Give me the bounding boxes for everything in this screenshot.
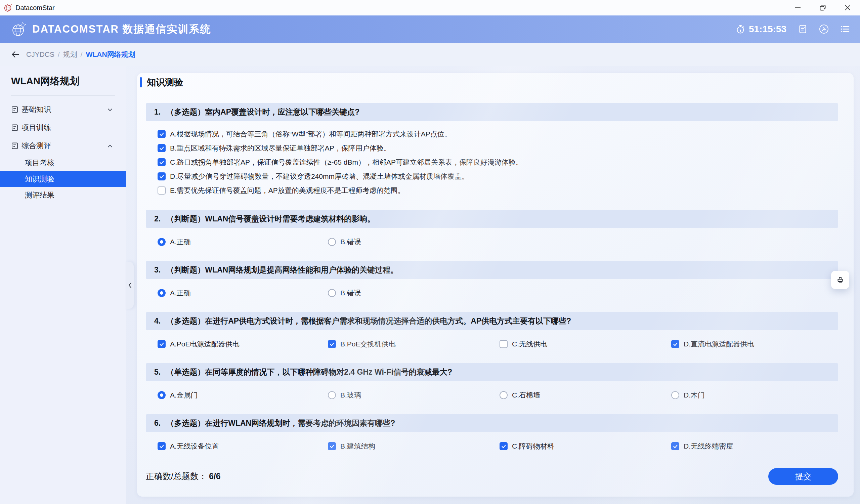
question-1-option-e[interactable]: E.需要优先保证信号覆盖问题，AP放置的美观程度不是工程师考虑的范围。 <box>158 184 838 198</box>
question-4-option-d[interactable]: D.直流电源适配器供电 <box>671 336 838 352</box>
maximize-restore-button[interactable] <box>810 0 835 15</box>
checkbox-unchecked-icon[interactable] <box>158 186 166 195</box>
question-header: 3.（判断题）WLAN网络规划是提高网络性能和用户体验的关键过程。 <box>146 261 838 279</box>
question-options: A.金属门B.玻璃C.石棉墙D.木门 <box>146 381 838 409</box>
option-label: B.错误 <box>340 237 361 247</box>
close-button[interactable] <box>835 0 860 15</box>
sidebar-item-assessment-result[interactable]: 测评结果 <box>0 187 126 203</box>
checkbox-checked-icon[interactable] <box>671 340 679 348</box>
option-label: B.建筑结构 <box>340 442 375 451</box>
checkbox-checked-icon[interactable] <box>158 130 166 138</box>
question-6-option-d[interactable]: D.无线终端密度 <box>671 438 838 455</box>
sidebar-item-label: 基础知识 <box>22 104 51 115</box>
question-3-option-b[interactable]: B.错误 <box>328 285 500 301</box>
question-1-option-c[interactable]: C.路口或拐角单独部署AP，保证信号覆盖连续性（≥-65 dBm），相邻AP可建… <box>158 155 838 169</box>
tools-icon-button[interactable] <box>819 24 829 34</box>
doc-icon <box>11 124 18 131</box>
question-number: 6. <box>154 419 161 428</box>
sidebar-item-project-exam[interactable]: 项目考核 <box>0 155 126 171</box>
question-header: 5.（单选题）在同等厚度的情况下，以下哪种障碍物对2.4 GHz Wi-Fi信号… <box>146 363 838 381</box>
breadcrumb-item-planning[interactable]: 规划 <box>63 51 77 58</box>
submit-button[interactable]: 提交 <box>768 468 838 485</box>
question-6-option-c[interactable]: C.障碍物材料 <box>500 438 671 455</box>
option-label: D.直流电源适配器供电 <box>684 340 754 349</box>
sidebar-collapse-handle[interactable] <box>126 262 134 309</box>
back-button[interactable] <box>11 50 20 59</box>
brush-icon <box>835 275 845 285</box>
checkbox-checked-icon[interactable] <box>158 158 166 166</box>
checkbox-checked-icon[interactable] <box>328 340 336 348</box>
question-5-option-b[interactable]: B.玻璃 <box>328 387 500 404</box>
question-6: 6.（多选题）在进行WLAN网络规划时，需要考虑的环境因素有哪些?A.无线设备位… <box>146 414 838 461</box>
question-options: A.根据现场情况，可结合等三角（俗称“W型”部署）和等间距两种部署方式来设计AP… <box>146 121 838 205</box>
chevron-left-icon <box>128 282 132 288</box>
sidebar-subitem-label: 项目考核 <box>25 158 54 168</box>
question-options: A.正确B.错误 <box>146 228 838 256</box>
checkbox-checked-icon[interactable] <box>671 442 679 450</box>
radio-unselected-icon[interactable] <box>328 289 336 297</box>
checkbox-unchecked-icon[interactable] <box>500 340 507 348</box>
question-5-option-a[interactable]: A.金属门 <box>158 387 328 404</box>
question-6-option-a[interactable]: A.无线设备位置 <box>158 438 328 455</box>
checkbox-checked-icon[interactable] <box>158 172 166 181</box>
question-2: 2.（判断题）WLAN信号覆盖设计时需要考虑建筑材料的影响。A.正确B.错误 <box>146 210 838 256</box>
sidebar-subitem-label: 知识测验 <box>25 174 54 184</box>
option-label: A.金属门 <box>170 390 198 400</box>
question-1-option-b[interactable]: B.重点区域和有特殊需求的区域尽量保证单独部署AP，保障用户体验。 <box>158 141 838 155</box>
clean-tool-button[interactable] <box>831 271 849 289</box>
radio-unselected-icon[interactable] <box>328 391 336 399</box>
radio-unselected-icon[interactable] <box>671 391 679 399</box>
option-label: A.正确 <box>170 237 191 247</box>
question-4-option-a[interactable]: A.PoE电源适配器供电 <box>158 336 328 352</box>
question-options: A.无线设备位置B.建筑结构C.障碍物材料D.无线终端密度 <box>146 432 838 461</box>
sidebar-subitem-label: 测评结果 <box>25 190 54 200</box>
sidebar-item-knowledge-quiz[interactable]: 知识测验 <box>0 171 126 187</box>
checkbox-checked-icon[interactable] <box>500 442 507 450</box>
score-label: 正确数/总题数： <box>146 471 207 481</box>
option-label: B.错误 <box>340 288 361 298</box>
question-3-option-a[interactable]: A.正确 <box>158 285 328 301</box>
question-1: 1.（多选题）室内AP覆盖设计时，应注意以下哪些关键点?A.根据现场情况，可结合… <box>146 103 838 205</box>
chevron-up-icon <box>107 143 113 149</box>
radio-selected-icon[interactable] <box>158 289 166 297</box>
breadcrumb-separator: / <box>81 51 83 58</box>
question-text: （多选题）在进行WLAN网络规划时，需要考虑的环境因素有哪些? <box>166 418 395 428</box>
question-header: 2.（判断题）WLAN信号覆盖设计时需要考虑建筑材料的影响。 <box>146 210 838 228</box>
question-4-option-c[interactable]: C.无线供电 <box>500 336 671 352</box>
checkbox-checked-icon[interactable] <box>328 442 336 450</box>
chevron-down-icon <box>107 106 113 113</box>
question-1-option-d[interactable]: D.尽量减少信号穿过障碍物数量，不建议穿透240mm厚砖墙、混凝土墙体或金属材质… <box>158 169 838 184</box>
minimize-button[interactable] <box>785 0 810 15</box>
section-title-text: 知识测验 <box>147 76 183 88</box>
doc-icon <box>11 142 18 149</box>
checkbox-checked-icon[interactable] <box>158 442 166 450</box>
checkbox-checked-icon[interactable] <box>158 144 166 152</box>
question-5-option-d[interactable]: D.木门 <box>671 387 838 404</box>
question-2-option-a[interactable]: A.正确 <box>158 233 328 250</box>
header-actions: 51:15:53 <box>735 24 850 34</box>
question-4: 4.（多选题）在进行AP供电方式设计时，需根据客户需求和现场情况选择合适的供电方… <box>146 312 838 359</box>
option-label: B.PoE交换机供电 <box>340 340 396 349</box>
question-number: 1. <box>154 107 161 117</box>
report-icon-button[interactable] <box>798 24 807 34</box>
radio-unselected-icon[interactable] <box>328 238 336 246</box>
menu-list-icon-button[interactable] <box>840 24 850 34</box>
radio-selected-icon[interactable] <box>158 391 166 399</box>
option-label: A.PoE电源适配器供电 <box>170 340 240 349</box>
option-label: E.需要优先保证信号覆盖问题，AP放置的美观程度不是工程师考虑的范围。 <box>170 186 405 195</box>
radio-selected-icon[interactable] <box>158 238 166 246</box>
checkbox-checked-icon[interactable] <box>158 340 166 348</box>
question-5-option-c[interactable]: C.石棉墙 <box>500 387 671 404</box>
option-label: C.石棉墙 <box>512 390 540 400</box>
sidebar-item-basic-knowledge[interactable]: 基础知识 <box>0 100 126 119</box>
sidebar-item-comprehensive-assessment[interactable]: 综合测评 <box>0 137 126 155</box>
question-1-option-a[interactable]: A.根据现场情况，可结合等三角（俗称“W型”部署）和等间距两种部署方式来设计AP… <box>158 127 838 141</box>
sidebar-item-project-training[interactable]: 项目训练 <box>0 119 126 137</box>
question-2-option-b[interactable]: B.错误 <box>328 233 500 250</box>
breadcrumb-item-wlan-network-planning[interactable]: WLAN网络规划 <box>86 51 135 58</box>
option-label: D.木门 <box>684 390 705 400</box>
breadcrumb-item-cjydcs[interactable]: CJYDCS <box>26 51 54 58</box>
question-6-option-b[interactable]: B.建筑结构 <box>328 438 500 455</box>
radio-unselected-icon[interactable] <box>500 391 507 399</box>
question-4-option-b[interactable]: B.PoE交换机供电 <box>328 336 500 352</box>
